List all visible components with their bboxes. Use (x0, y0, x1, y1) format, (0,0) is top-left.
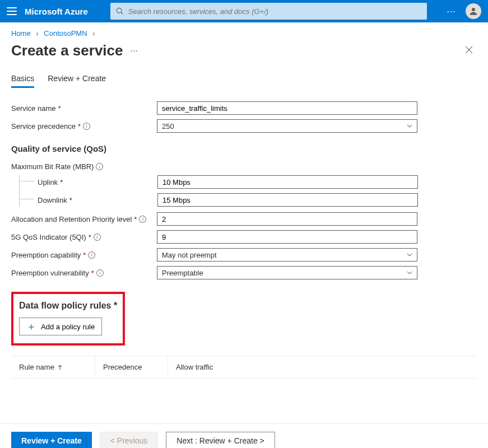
close-icon (464, 45, 473, 54)
svg-line-1 (121, 12, 123, 14)
breadcrumb-item[interactable]: ContosoPMN (44, 29, 87, 38)
preempt-cap-label: Preemption capability (11, 251, 81, 259)
service-precedence-label: Service precedence (11, 122, 76, 130)
required-marker: * (58, 104, 61, 113)
add-policy-rule-label: Add a policy rule (41, 323, 95, 331)
arp-label: Allocation and Retention Priority level (11, 215, 132, 223)
plus-icon: ＋ (26, 321, 36, 332)
info-icon[interactable]: i (96, 163, 103, 170)
topbar-more-icon[interactable]: ⋯ (447, 6, 457, 17)
row-5qi: 5G QoS Indicator (5QI) * i (11, 230, 477, 244)
breadcrumb: Home › ContosoPMN › (0, 22, 488, 42)
user-avatar[interactable] (466, 3, 481, 19)
mbr-tree: Uplink * Downlink * (19, 175, 477, 207)
required-marker: * (91, 269, 94, 277)
required-marker: * (60, 178, 63, 186)
row-uplink: Uplink * (20, 175, 477, 189)
breadcrumb-home[interactable]: Home (11, 29, 31, 38)
chevron-right-icon: › (32, 29, 41, 38)
downlink-input[interactable] (157, 193, 418, 207)
required-marker: * (89, 233, 91, 241)
preempt-cap-select[interactable]: May not preempt (157, 248, 417, 262)
required-marker: * (134, 215, 137, 223)
col-allow-traffic[interactable]: Allow traffic (168, 356, 247, 378)
uplink-input[interactable] (157, 175, 418, 189)
global-search[interactable] (110, 3, 427, 20)
page-title: Create a service (11, 42, 123, 59)
qos5qi-input[interactable] (157, 230, 417, 244)
next-button[interactable]: Next : Review + Create > (166, 432, 275, 448)
page-more-icon[interactable]: ⋯ (131, 46, 138, 55)
row-service-name: Service name * (11, 101, 477, 115)
sort-asc-icon (58, 365, 62, 370)
qos5qi-label: 5G QoS Indicator (5QI) (11, 233, 86, 241)
form-basics: Service name * Service precedence * i 25… (0, 101, 488, 401)
row-arp: Allocation and Retention Priority level … (11, 212, 477, 226)
tab-basics[interactable]: Basics (11, 71, 34, 88)
rules-table-header: Rule name Precedence Allow traffic (11, 356, 477, 379)
svg-point-2 (472, 8, 475, 11)
required-marker: * (114, 301, 117, 310)
tab-review-create[interactable]: Review + Create (48, 71, 106, 88)
service-name-label: Service name (11, 104, 55, 113)
preempt-vuln-value: Preemptable (162, 269, 203, 277)
person-icon (468, 6, 478, 16)
info-icon[interactable]: i (94, 234, 101, 241)
required-marker: * (69, 196, 72, 204)
global-search-input[interactable] (128, 7, 421, 16)
downlink-label: Downlink (38, 196, 67, 204)
service-name-input[interactable] (157, 101, 417, 115)
row-mbr: Maximum Bit Rate (MBR) i (11, 162, 477, 171)
hamburger-menu-icon[interactable] (7, 7, 17, 15)
info-icon[interactable]: i (88, 251, 95, 259)
tab-bar: Basics Review + Create (0, 71, 488, 88)
close-button[interactable] (461, 42, 477, 59)
chevron-right-icon: › (89, 29, 98, 38)
service-precedence-select[interactable]: 250 (157, 119, 417, 133)
mbr-label: Maximum Bit Rate (MBR) (11, 162, 94, 171)
col-rule-name-label: Rule name (19, 363, 54, 371)
chevron-down-icon (407, 252, 412, 258)
info-icon[interactable]: i (139, 216, 146, 223)
row-service-precedence: Service precedence * i 250 (11, 119, 477, 133)
required-marker: * (78, 122, 81, 130)
page-header: Create a service ⋯ (0, 42, 488, 71)
chevron-down-icon (407, 270, 412, 276)
info-icon[interactable]: i (96, 269, 104, 277)
brand-label[interactable]: Microsoft Azure (25, 7, 88, 16)
qos-heading: Quality of service (QoS) (11, 144, 477, 153)
col-rule-name[interactable]: Rule name (11, 356, 95, 378)
col-precedence[interactable]: Precedence (95, 356, 168, 378)
add-policy-rule-button[interactable]: ＋ Add a policy rule (19, 318, 102, 335)
svg-point-0 (117, 8, 122, 13)
uplink-label: Uplink (38, 178, 58, 186)
info-icon[interactable]: i (83, 123, 90, 130)
top-navbar: Microsoft Azure ⋯ (0, 0, 488, 22)
preempt-vuln-select[interactable]: Preemptable (157, 266, 417, 279)
row-downlink: Downlink * (20, 193, 477, 207)
required-marker: * (83, 251, 86, 259)
row-preempt-cap: Preemption capability * i May not preemp… (11, 248, 477, 262)
row-preempt-vuln: Preemption vulnerability * i Preemptable (11, 266, 477, 279)
rules-heading-text: Data flow policy rules (19, 301, 111, 310)
service-precedence-value: 250 (162, 122, 174, 130)
rules-heading: Data flow policy rules * (19, 301, 117, 311)
data-flow-policy-rules-section: Data flow policy rules * ＋ Add a policy … (11, 292, 125, 346)
chevron-down-icon (407, 123, 412, 129)
search-icon (116, 7, 124, 15)
preempt-vuln-label: Preemption vulnerability (11, 269, 89, 277)
review-create-button[interactable]: Review + Create (11, 432, 92, 448)
wizard-footer: Review + Create < Previous Next : Review… (0, 423, 488, 448)
preempt-cap-value: May not preempt (162, 251, 217, 259)
previous-button[interactable]: < Previous (100, 432, 159, 448)
arp-input[interactable] (157, 212, 417, 226)
